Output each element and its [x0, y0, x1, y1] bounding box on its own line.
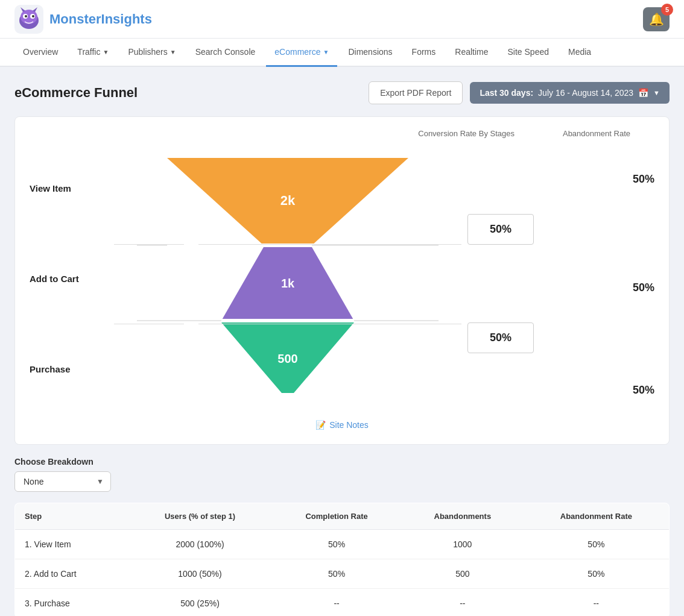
- table-row: 3. Purchase 500 (25%) -- -- --: [15, 589, 670, 617]
- logo-monster: Monster: [49, 11, 101, 27]
- step-label-add-to-cart: Add to Cart: [30, 268, 114, 290]
- date-range-button[interactable]: Last 30 days: July 16 - August 14, 2023 …: [470, 82, 670, 104]
- nav-item-publishers[interactable]: Publishers ▼: [119, 39, 184, 67]
- row-2-step: 2. Add to Cart: [15, 559, 128, 589]
- purchase-abandonment-rate: 50%: [618, 378, 654, 403]
- funnel-divider-2b: [114, 324, 184, 324]
- page-title: eCommerce Funnel: [14, 85, 138, 101]
- row-2-abandonment-rate: 50%: [524, 559, 670, 589]
- header-right: 🔔 5: [643, 7, 670, 31]
- row-3-completion: --: [271, 589, 402, 617]
- row-3-step: 3. Purchase: [15, 589, 128, 617]
- table-body: 1. View Item 2000 (100%) 50% 1000 50% 2.…: [15, 530, 670, 617]
- svg-point-6: [32, 15, 34, 17]
- add-to-cart-rate-row: 50%: [461, 257, 654, 318]
- row-3-users: 500 (25%): [128, 589, 272, 617]
- step-label-purchase: Purchase: [30, 358, 114, 380]
- add-to-cart-abandonment-rate: 50%: [618, 275, 654, 300]
- funnel-svg: 2k 1k 500: [137, 152, 439, 405]
- row-1-users: 2000 (100%): [128, 530, 272, 559]
- svg-text:500: 500: [277, 352, 297, 365]
- header-actions: Export PDF Report Last 30 days: July 16 …: [369, 81, 670, 104]
- logo-insights: Insights: [101, 11, 152, 27]
- view-item-rate-row: 50%: [461, 149, 654, 209]
- abandonment-rate-header: Abandonment Rate: [563, 129, 630, 138]
- conversion-box-2-row: 50%: [461, 318, 654, 366]
- logo-text: MonsterInsights: [49, 11, 152, 27]
- conversion-rate-box-1: 50%: [467, 214, 534, 245]
- row-2-users: 1000 (50%): [128, 559, 272, 589]
- col-header-abandonment-rate: Abandonment Rate: [524, 503, 670, 530]
- col-header-users: Users (% of step 1): [128, 503, 272, 530]
- notification-badge: 5: [661, 4, 673, 16]
- breakdown-select[interactable]: None Device Source: [14, 471, 111, 492]
- view-item-abandonment-rate: 50%: [618, 167, 654, 192]
- funnel-card: Conversion Rate By Stages Abandonment Ra…: [14, 116, 670, 445]
- site-notes-area: 📝 Site Notes: [30, 420, 654, 430]
- site-notes-icon: 📝: [315, 420, 326, 430]
- col-header-step: Step: [15, 503, 128, 530]
- funnel-right-panel: 50% 50% 50% 50%: [461, 143, 654, 414]
- row-2-completion: 50%: [271, 559, 402, 589]
- funnel-data-table: Step Users (% of step 1) Completion Rate…: [14, 503, 670, 616]
- svg-text:2k: 2k: [280, 193, 296, 208]
- logo-area: MonsterInsights: [14, 5, 152, 34]
- nav-item-dimensions[interactable]: Dimensions: [340, 39, 401, 67]
- traffic-chevron-icon: ▼: [103, 49, 109, 55]
- funnel-divider-2: [198, 324, 461, 324]
- nav-item-traffic[interactable]: Traffic ▼: [69, 39, 117, 67]
- row-1-completion: 50%: [271, 530, 402, 559]
- funnel-divider-1b: [114, 244, 184, 245]
- row-2-abandonments: 500: [402, 559, 524, 589]
- col-header-abandonments: Abandonments: [402, 503, 524, 530]
- conversion-rate-box-2: 50%: [467, 322, 534, 353]
- row-1-abandonments: 1000: [402, 530, 524, 559]
- nav-bar: Overview Traffic ▼ Publishers ▼ Search C…: [0, 39, 684, 67]
- funnel-svg-wrapper: 2k 1k 500: [114, 143, 461, 414]
- publishers-chevron-icon: ▼: [170, 49, 176, 55]
- bell-icon: 🔔: [649, 12, 664, 27]
- site-notes-button[interactable]: 📝 Site Notes: [315, 420, 369, 430]
- conversion-rate-header: Conversion Rate By Stages: [418, 129, 515, 138]
- nav-item-site-speed[interactable]: Site Speed: [499, 39, 558, 67]
- nav-item-ecommerce[interactable]: eCommerce ▼: [266, 39, 337, 67]
- notification-button[interactable]: 🔔 5: [643, 7, 670, 31]
- table-header: Step Users (% of step 1) Completion Rate…: [15, 503, 670, 530]
- export-pdf-button[interactable]: Export PDF Report: [369, 81, 463, 104]
- breakdown-label: Choose Breakdown: [14, 457, 670, 467]
- purchase-rate-row: 50%: [461, 366, 654, 414]
- nav-item-media[interactable]: Media: [560, 39, 600, 67]
- top-header: MonsterInsights 🔔 5: [0, 0, 684, 39]
- site-notes-label: Site Notes: [329, 420, 369, 430]
- calendar-icon: 📅: [638, 88, 648, 98]
- svg-point-5: [25, 15, 27, 17]
- breakdown-section: Choose Breakdown None Device Source ▼ St…: [14, 457, 670, 616]
- col-header-completion: Completion Rate: [271, 503, 402, 530]
- step-labels-column: View Item Add to Cart Purchase: [30, 143, 114, 414]
- nav-item-forms[interactable]: Forms: [404, 39, 445, 67]
- funnel-divider-1: [198, 244, 461, 245]
- svg-rect-14: [221, 319, 354, 322]
- step-label-view-item: View Item: [30, 177, 114, 200]
- ecommerce-chevron-icon: ▼: [323, 49, 329, 55]
- row-3-abandonments: --: [402, 589, 524, 617]
- table-row: 1. View Item 2000 (100%) 50% 1000 50%: [15, 530, 670, 559]
- date-range: July 16 - August 14, 2023: [538, 88, 633, 98]
- date-label: Last 30 days:: [480, 88, 533, 98]
- row-3-abandonment-rate: --: [524, 589, 670, 617]
- row-1-abandonment-rate: 50%: [524, 530, 670, 559]
- main-content: eCommerce Funnel Export PDF Report Last …: [0, 67, 684, 616]
- row-1-step: 1. View Item: [15, 530, 128, 559]
- breakdown-select-wrap: None Device Source ▼: [14, 471, 111, 492]
- nav-item-search-console[interactable]: Search Console: [187, 39, 264, 67]
- nav-item-overview[interactable]: Overview: [14, 39, 66, 67]
- conversion-box-1-row: 50%: [461, 209, 654, 257]
- funnel-column-headers: Conversion Rate By Stages Abandonment Ra…: [30, 129, 654, 138]
- page-header: eCommerce Funnel Export PDF Report Last …: [14, 81, 670, 104]
- svg-text:1k: 1k: [281, 277, 295, 290]
- nav-item-realtime[interactable]: Realtime: [446, 39, 496, 67]
- logo-icon: [14, 5, 43, 34]
- funnel-visual-area: View Item Add to Cart Purchase 2k 1k: [30, 143, 654, 414]
- date-chevron-icon: ▼: [653, 89, 660, 96]
- table-row: 2. Add to Cart 1000 (50%) 50% 500 50%: [15, 559, 670, 589]
